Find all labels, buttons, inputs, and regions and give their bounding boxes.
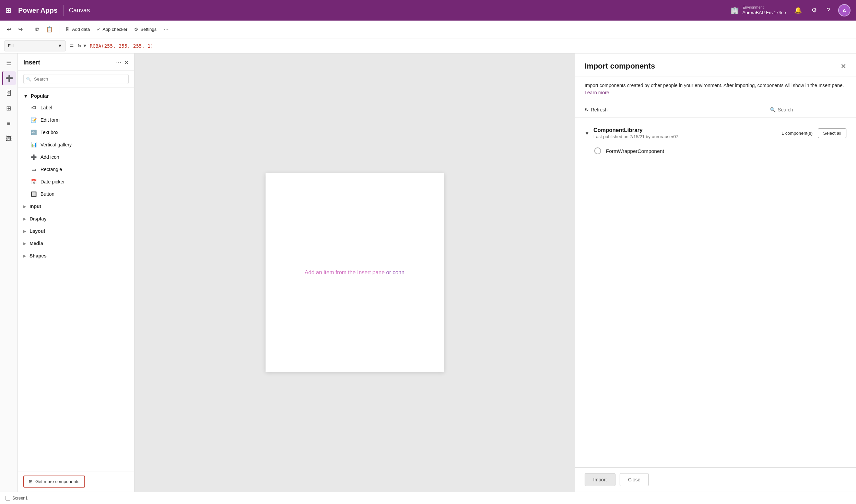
more-button[interactable]: ⋯ [161,24,172,35]
fx-text: fx [78,43,81,48]
settings-label: Settings [140,27,156,32]
import-button[interactable]: Import [585,473,615,486]
get-more-components-button[interactable]: ⊞ Get more components [23,476,85,488]
import-close-button[interactable]: ✕ [841,62,846,70]
library-row: ▼ ComponentLibrary Last published on 7/1… [585,123,846,143]
library-chevron[interactable]: ▼ [585,131,589,136]
learn-more-link[interactable]: Learn more [585,90,609,95]
component-count: 1 component(s) [782,131,812,136]
database-icon: 🗄 [66,27,70,32]
display-label: Display [30,216,47,221]
undo-button[interactable]: ↩ [4,24,14,35]
import-search-input[interactable] [778,107,846,112]
env-text: Environment AuroraBAP Env174ee [742,5,786,15]
insert-more-options[interactable]: ⋯ [116,59,121,66]
help-button[interactable]: ? [825,5,831,15]
checker-icon: ✓ [97,27,101,32]
sidebar-data-icon[interactable]: 🗄 [2,86,16,100]
add-data-button[interactable]: 🗄 Add data [63,25,93,34]
library-meta: Last published on 7/15/21 by aurorauser0… [594,134,680,139]
component-row: FormWrapperComponent [585,143,846,158]
insert-search-input[interactable] [23,74,129,84]
insert-list: ▼ Popular 🏷 Label 📝 Edit form 🔤 Text box… [18,88,134,471]
sidebar-tree-icon[interactable]: ☰ [2,56,16,70]
sidebar-media-icon[interactable]: 🖼 [2,132,16,145]
insert-item-textbox[interactable]: 🔤 Text box [18,126,134,139]
library-name: ComponentLibrary [594,127,680,133]
datepicker-item-text: Date picker [40,179,65,184]
rectangle-item-text: Rectangle [40,167,62,172]
insert-item-addicon[interactable]: ➕ Add icon [18,151,134,163]
popular-label: Popular [31,93,49,99]
library-left: ▼ ComponentLibrary Last published on 7/1… [585,127,680,139]
insert-item-gallery[interactable]: 📊 Vertical gallery [18,139,134,151]
grid-icon[interactable]: ⊞ [5,6,11,14]
refresh-button[interactable]: ↻ Refresh [585,107,608,112]
toolbar-divider-2 [59,25,59,34]
popular-chevron: ▼ [23,93,28,99]
canvas-link[interactable]: or conn [386,269,404,275]
avatar[interactable]: A [838,4,851,16]
component-radio[interactable] [594,147,601,154]
screen-checkbox[interactable] [5,496,10,501]
library-right: 1 component(s) Select all [782,128,846,138]
copy-button[interactable]: ⧉ [33,24,42,35]
paste-button[interactable]: 📋 [43,24,56,35]
insert-item-button[interactable]: 🔲 Button [18,188,134,200]
category-display[interactable]: ▶ Display [18,213,134,225]
gallery-item-text: Vertical gallery [40,142,72,147]
formula-eq: = [70,42,74,49]
canvas-placeholder-text: Add an item from the Insert pane [305,269,385,275]
env-icon: 🏢 [730,6,739,14]
category-input[interactable]: ▶ Input [18,200,134,213]
layout-label: Layout [30,228,45,234]
insert-item-datepicker[interactable]: 📅 Date picker [18,176,134,188]
rectangle-icon: ▭ [30,166,37,173]
topbar: ⊞ Power Apps Canvas 🏢 Environment Aurora… [0,0,856,21]
category-media[interactable]: ▶ Media [18,237,134,250]
fill-dropdown[interactable]: Fill ▼ [4,40,66,51]
bottom-bar: Screen1 [0,492,856,504]
sidebar-insert-icon[interactable]: ➕ [2,71,16,85]
notifications-button[interactable]: 🔔 [793,5,803,15]
insert-close-button[interactable]: ✕ [124,59,129,66]
redo-button[interactable]: ↪ [15,24,25,35]
fx-chevron: ▼ [83,43,87,48]
fill-chevron: ▼ [58,43,62,48]
app-checker-label: App checker [103,27,127,32]
formula-input[interactable] [90,43,852,49]
category-shapes[interactable]: ▶ Shapes [18,250,134,262]
insert-item-editform[interactable]: 📝 Edit form [18,114,134,126]
import-content: ▼ ComponentLibrary Last published on 7/1… [575,118,856,467]
close-button[interactable]: Close [620,473,649,486]
media-chevron: ▶ [23,242,26,245]
refresh-label: Refresh [591,107,608,112]
screen-item[interactable]: Screen1 [5,496,28,501]
shapes-label: Shapes [30,253,47,259]
settings-button[interactable]: ⚙ Settings [131,25,159,34]
brand: Power Apps Canvas [18,5,90,16]
textbox-icon: 🔤 [30,129,37,136]
import-footer: Import Close [575,467,856,492]
left-sidebar: ☰ ➕ 🗄 ⊞ ≡ 🖼 [0,53,18,492]
category-layout[interactable]: ▶ Layout [18,225,134,237]
popular-section-header[interactable]: ▼ Popular [18,91,134,101]
get-more-icon: ⊞ [29,479,33,484]
canvas-placeholder: Add an item from the Insert pane or conn [305,269,404,276]
display-chevron: ▶ [23,217,26,221]
app-checker-button[interactable]: ✓ App checker [94,25,130,34]
import-search-wrap: 🔍 [770,107,846,112]
search-icon: 🔍 [770,107,776,112]
sidebar-variables-icon[interactable]: ≡ [2,117,16,130]
addicon-icon: ➕ [30,154,37,160]
sidebar-components-icon[interactable]: ⊞ [2,101,16,115]
fx-label: fx ▼ [78,43,87,48]
insert-item-rectangle[interactable]: ▭ Rectangle [18,163,134,176]
app-name: Power Apps [18,7,58,14]
settings-icon-button[interactable]: ⚙ [810,5,818,15]
select-all-button[interactable]: Select all [818,128,846,138]
toolbar: ↩ ↪ ⧉ 📋 🗄 Add data ✓ App checker ⚙ Setti… [0,21,856,38]
canvas-label: Canvas [69,7,90,14]
addicon-item-text: Add icon [40,154,59,160]
insert-item-label[interactable]: 🏷 Label [18,101,134,114]
